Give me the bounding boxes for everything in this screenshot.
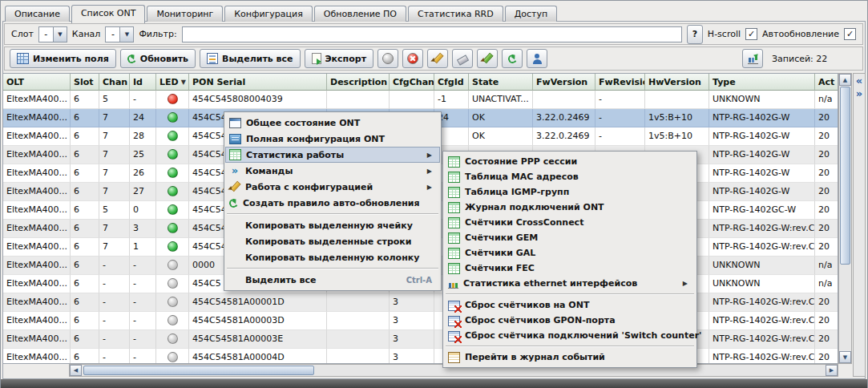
column-header-led[interactable]: LED▼ [156,74,189,91]
table-cell[interactable]: - [99,257,130,275]
table-cell[interactable]: 454C54581A00003E [189,330,327,349]
table-cell[interactable]: 20 [815,312,838,330]
table-cell[interactable]: EltexMA400... [3,220,71,238]
table-cell[interactable]: 454C545808004039 [189,91,327,109]
menu-item[interactable]: Счётчики GAL [444,245,696,261]
table-cell[interactable]: EltexMA400... [3,201,71,220]
table-cell[interactable] [390,91,434,109]
table-cell[interactable]: NTP-RG-1402G-W:rev.C [709,293,815,312]
table-cell[interactable]: 25 [130,146,156,164]
table-cell[interactable]: NTP-RG-1402G-W:rev.C [709,349,815,363]
scroll-left-icon[interactable]: ◀ [70,365,82,376]
table-cell[interactable]: 20 [815,349,838,363]
table-cell[interactable]: EltexMA400... [3,146,71,164]
table-cell[interactable]: 3 [390,349,434,363]
table-cell[interactable]: 7 [99,127,130,146]
table-cell[interactable]: 7 [99,146,130,164]
table-cell[interactable]: 20 [815,220,838,238]
table-cell[interactable]: 7 [99,183,130,201]
vertical-scrollbar[interactable]: ▲ ▼ [838,73,852,364]
tab[interactable]: Обновление ПО [314,6,406,22]
table-cell[interactable]: 20 [815,201,838,220]
table-cell[interactable]: 6 [71,183,99,201]
table-cell[interactable]: 6 [71,257,99,275]
menu-item[interactable]: Копировать выделенную ячейку [225,217,440,233]
table-cell[interactable] [645,91,709,109]
table-cell[interactable]: 1 [130,238,156,257]
table-cell[interactable]: n/a [815,91,838,109]
table-cell[interactable]: -1 [434,91,469,109]
chan-combobox[interactable]: - ▼ [105,26,134,42]
hscroll-checkbox[interactable]: ✓ [745,28,757,40]
scroll-up-icon[interactable]: ▲ [839,74,851,86]
table-cell[interactable]: NTP-RG-1402G-W:rev.C [709,312,815,330]
table-cell[interactable]: - [99,330,130,349]
table-cell[interactable]: 5 [99,91,130,109]
table-cell[interactable]: UNKNOWN [709,257,815,275]
menu-item[interactable]: Перейти в журнал событий [444,350,696,365]
toolbar-button[interactable]: Обновить [120,49,196,68]
table-row[interactable]: EltexMA400...65-454C545808004039-1UNACTI… [3,91,838,109]
table-cell[interactable]: 6 [71,293,99,312]
menu-item[interactable]: Работа с конфигурацией▶ [225,179,440,195]
table-cell[interactable]: 28 [130,127,156,146]
table-cell[interactable]: - [99,293,130,312]
table-cell[interactable]: - [130,275,156,293]
table-cell[interactable]: 7 [99,164,130,183]
table-cell[interactable]: 27 [130,183,156,201]
table-cell[interactable] [327,91,390,109]
table-cell[interactable]: n/a [815,275,838,293]
ball-red-button[interactable] [402,49,423,68]
menu-item[interactable]: Счётчики CrossConnect [444,215,696,230]
menu-item[interactable]: Сброс счётчиков на ONT [444,297,696,313]
table-cell[interactable]: - [99,312,130,330]
column-header-state[interactable]: State [469,74,533,91]
refresh-green-button[interactable] [502,49,523,68]
table-cell[interactable]: OK [469,109,533,127]
pencil-green-button[interactable] [477,49,498,68]
table-cell[interactable]: 6 [71,146,99,164]
menu-item[interactable]: Состояние PPP сессии [444,154,696,169]
table-cell[interactable]: 3 [390,330,434,349]
table-cell[interactable]: EltexMA400... [3,330,71,349]
pencil-button[interactable] [427,49,448,68]
menu-item[interactable]: Сброс счётчиков GPON-порта [444,313,696,328]
table-cell[interactable]: 20 [815,293,838,312]
table-cell[interactable]: - [130,330,156,349]
table-row[interactable]: EltexMA400...6--454C54581A00001D3NTP-RG-… [3,293,838,312]
column-header-slot[interactable]: Slot [71,74,99,91]
table-cell[interactable] [156,164,189,183]
table-cell[interactable]: NTP-RG-1402G-W:rev.C [709,220,815,238]
table-row[interactable]: EltexMA400...6--454C54581A00004D3NTP-RG-… [3,349,838,363]
table-cell[interactable] [156,127,189,146]
expand-right-icon[interactable]: » [856,88,862,99]
table-cell[interactable]: EltexMA400... [3,109,71,127]
table-cell[interactable]: 454C54581A00004D [189,349,327,363]
table-cell[interactable] [533,91,595,109]
table-cell[interactable]: - [595,127,645,146]
table-cell[interactable]: UNKNOWN [709,91,815,109]
table-cell[interactable]: 6 [71,164,99,183]
column-header-act[interactable]: Act [815,74,838,91]
table-cell[interactable]: NTP-RG-1402G-W [709,109,815,127]
table-cell[interactable]: 6 [71,109,99,127]
table-cell[interactable]: OK [469,127,533,146]
chevron-down-icon[interactable]: ▼ [53,27,67,42]
table-cell[interactable]: EltexMA400... [3,238,71,257]
table-cell[interactable]: 7 [99,220,130,238]
table-cell[interactable]: n/a [815,257,838,275]
table-cell[interactable]: 20 [815,146,838,164]
table-cell[interactable]: 3 [390,293,434,312]
table-cell[interactable]: 20 [815,238,838,257]
table-cell[interactable] [156,257,189,275]
tab[interactable]: Статистика RRD [408,6,503,22]
collapse-left-icon[interactable]: « [856,75,862,86]
table-cell[interactable]: 6 [71,201,99,220]
table-cell[interactable]: 1v5:B+10 [645,109,709,127]
table-cell[interactable]: NTP-RG-1402G-W [709,127,815,146]
table-cell[interactable]: EltexMA400... [3,183,71,201]
table-cell[interactable] [327,349,390,363]
menu-item[interactable]: Статистика ethernet интерфейсов▶ [444,276,696,291]
table-cell[interactable] [156,293,189,312]
table-cell[interactable]: - [99,349,130,363]
